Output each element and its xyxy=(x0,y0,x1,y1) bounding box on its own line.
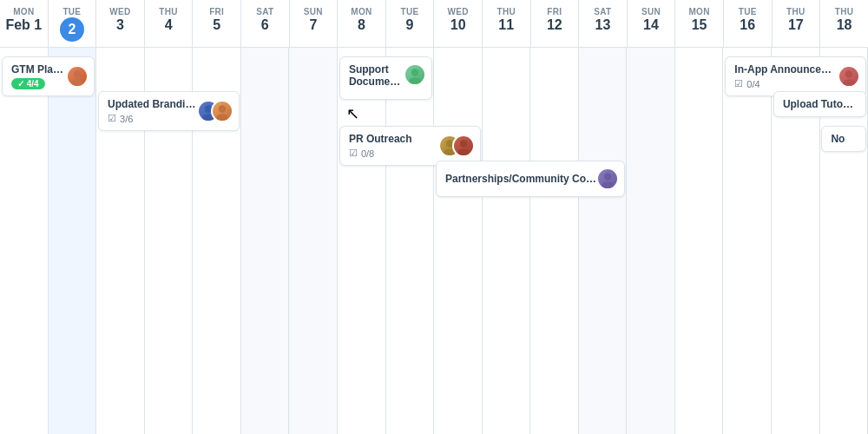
event-title: Upload Tutorial Videos xyxy=(783,98,857,110)
day-number: 6 xyxy=(261,17,269,33)
event-support[interactable]: Support Documentation xyxy=(339,56,432,100)
day-name: THU xyxy=(835,7,853,16)
day-name: MON xyxy=(688,7,709,16)
day-header-16: TUE16 xyxy=(724,0,773,47)
day-number: 4 xyxy=(165,17,173,33)
day-header-5: FRI5 xyxy=(193,0,241,47)
progress-text: 3/6 xyxy=(120,114,133,124)
day-column-12 xyxy=(579,48,628,434)
day-header-17: THU17 xyxy=(773,0,821,47)
day-column-0 xyxy=(0,48,49,434)
svg-point-12 xyxy=(604,173,611,180)
day-name: FRI xyxy=(547,7,562,16)
event-title: GTM Plan and Messa... xyxy=(11,63,66,76)
day-number: 2 xyxy=(60,17,84,42)
svg-point-10 xyxy=(459,140,466,147)
svg-point-14 xyxy=(845,70,852,77)
day-number: 14 xyxy=(643,17,659,33)
day-column-6 xyxy=(289,48,338,434)
event-meta: ☑ 0/4 xyxy=(734,78,838,89)
day-header-3: WED3 xyxy=(96,0,145,47)
event-title: No xyxy=(831,133,857,145)
event-partial[interactable]: No xyxy=(821,126,866,152)
day-name: WED xyxy=(448,7,469,16)
progress-text: 0/8 xyxy=(361,148,374,159)
day-column-7 xyxy=(338,48,386,434)
event-gtm[interactable]: GTM Plan and Messa... ✓ 4/4 xyxy=(2,56,95,96)
day-column-15 xyxy=(723,48,772,434)
day-name: SUN xyxy=(304,7,323,16)
day-name: MON xyxy=(351,7,372,16)
day-name: TUE xyxy=(401,7,419,16)
day-number: 11 xyxy=(498,17,514,33)
day-header-12: FRI12 xyxy=(531,0,580,47)
svg-point-6 xyxy=(411,69,418,76)
day-column-8 xyxy=(386,48,435,434)
day-column-5 xyxy=(241,48,290,434)
day-header-13: SAT13 xyxy=(579,0,628,47)
day-number: 17 xyxy=(788,17,804,33)
day-name: TUE xyxy=(62,7,81,16)
event-title: Support xyxy=(349,63,404,76)
day-header-Feb-1: MONFeb 1 xyxy=(0,0,49,47)
calendar-header: MONFeb 1TUE2WED3THU4FRI5SAT6SUN7MON8TUE9… xyxy=(0,0,868,48)
svg-point-4 xyxy=(219,105,226,112)
event-title: In-App Announcement xyxy=(734,63,838,76)
day-column-10 xyxy=(483,48,531,434)
day-number: 7 xyxy=(309,17,317,33)
day-name: FRI xyxy=(209,7,224,16)
event-title: Documentation xyxy=(349,76,404,88)
avatar xyxy=(404,63,426,86)
day-header-18: THU18 xyxy=(820,0,868,47)
event-tutorial[interactable]: Upload Tutorial Videos xyxy=(773,91,866,117)
svg-point-7 xyxy=(409,77,421,84)
day-number: 12 xyxy=(547,17,562,33)
event-partnerships[interactable]: Partnerships/Community Content xyxy=(436,161,625,197)
day-header-9: TUE9 xyxy=(386,0,435,47)
day-name: SUN xyxy=(641,7,661,16)
event-meta: ☑ 3/6 xyxy=(108,113,197,124)
day-header-14: SUN14 xyxy=(628,0,676,47)
calendar-body: GTM Plan and Messa... ✓ 4/4 Updated Bran… xyxy=(0,48,868,434)
event-branding[interactable]: Updated Branding & Logos ☑ 3/6 xyxy=(98,91,240,131)
day-number: 13 xyxy=(595,17,611,33)
day-header-10: WED10 xyxy=(434,0,483,47)
event-title: Partnerships/Community Content xyxy=(445,173,596,185)
day-column-1 xyxy=(49,48,97,434)
day-name: THU xyxy=(786,7,805,16)
check-icon: ☑ xyxy=(108,113,116,124)
event-title: PR Outreach xyxy=(349,133,438,145)
day-number: 8 xyxy=(358,17,365,33)
day-name: THU xyxy=(497,7,516,16)
svg-point-0 xyxy=(74,70,81,77)
check-icon: ☑ xyxy=(734,78,743,89)
day-number: 9 xyxy=(406,17,414,33)
progress-text: 0/4 xyxy=(746,79,760,89)
day-number: 15 xyxy=(692,17,707,33)
day-name: SAT xyxy=(256,7,273,16)
check-icon: ☑ xyxy=(349,148,358,159)
event-meta: ✓ 4/4 xyxy=(11,78,66,89)
day-number: Feb 1 xyxy=(5,17,42,33)
day-number: 18 xyxy=(837,17,852,33)
avatar xyxy=(211,100,233,122)
day-header-11: THU11 xyxy=(483,0,531,47)
svg-point-15 xyxy=(843,79,855,86)
day-number: 5 xyxy=(213,17,220,33)
day-name: THU xyxy=(159,7,177,16)
day-column-13 xyxy=(627,48,675,434)
day-column-9 xyxy=(434,48,483,434)
day-header-15: MON15 xyxy=(675,0,724,47)
event-title: Updated Branding & Logos xyxy=(108,98,197,110)
day-name: SAT xyxy=(594,7,611,16)
svg-point-13 xyxy=(602,181,614,188)
progress-badge: ✓ 4/4 xyxy=(11,78,45,89)
svg-point-5 xyxy=(216,114,228,121)
svg-point-11 xyxy=(457,148,470,155)
day-header-7: SUN7 xyxy=(290,0,339,47)
day-number: 10 xyxy=(450,17,466,33)
day-number: 3 xyxy=(116,17,124,33)
day-name: TUE xyxy=(739,7,757,16)
calendar-container: MONFeb 1TUE2WED3THU4FRI5SAT6SUN7MON8TUE9… xyxy=(0,0,868,434)
day-column-14 xyxy=(675,48,724,434)
